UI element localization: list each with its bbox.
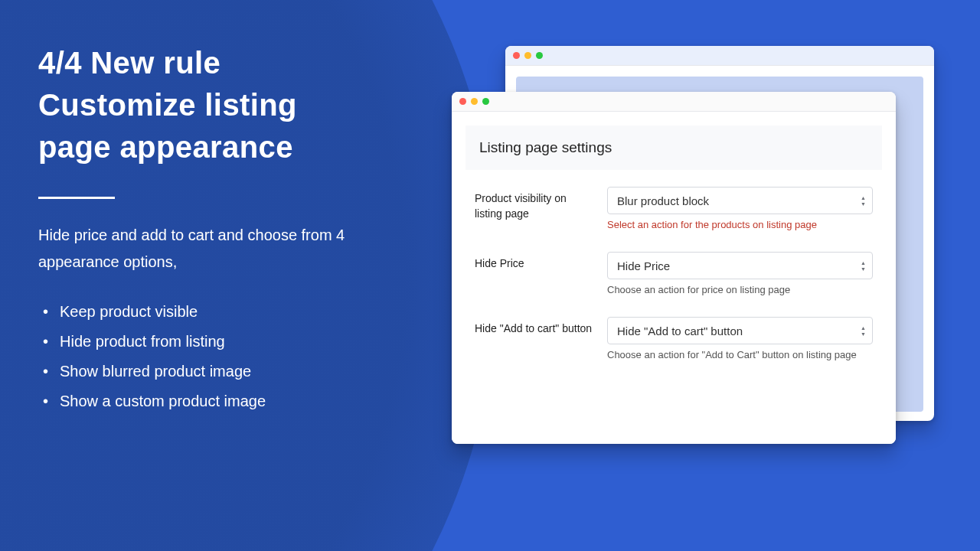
feature-item: Show blurred product image bbox=[38, 357, 406, 386]
window-close-icon bbox=[513, 52, 520, 59]
feature-item: Keep product visible bbox=[38, 297, 406, 327]
headline-line: page appearance bbox=[38, 130, 293, 164]
setting-helper: Choose an action for price on listing pa… bbox=[607, 284, 873, 295]
feature-item: Hide product from listing bbox=[38, 327, 406, 357]
setting-row-hide-add-to-cart: Hide "Add to cart" button Hide "Add to c… bbox=[475, 317, 873, 360]
hide-price-select[interactable]: Hide Price ▲▼ bbox=[607, 252, 873, 279]
chevron-updown-icon: ▲▼ bbox=[861, 260, 866, 272]
settings-window: Listing page settings Product visibility… bbox=[452, 92, 896, 444]
select-value: Hide "Add to cart" button bbox=[617, 324, 743, 337]
window-zoom-icon bbox=[536, 52, 543, 59]
chevron-updown-icon: ▲▼ bbox=[861, 195, 866, 207]
window-minimize-icon bbox=[524, 52, 531, 59]
headline-line: 4/4 New rule bbox=[38, 46, 220, 80]
window-chrome bbox=[452, 92, 896, 112]
hide-add-to-cart-select[interactable]: Hide "Add to cart" button ▲▼ bbox=[607, 317, 873, 344]
setting-row-visibility: Product visibility on listing page Blur … bbox=[475, 187, 873, 230]
setting-row-hide-price: Hide Price Hide Price ▲▼ Choose an actio… bbox=[475, 252, 873, 295]
setting-helper: Choose an action for "Add to Cart" butto… bbox=[607, 349, 873, 360]
setting-label: Hide "Add to cart" button bbox=[475, 317, 593, 360]
setting-label: Product visibility on listing page bbox=[475, 187, 593, 230]
headline: 4/4 New rule Customize listing page appe… bbox=[38, 42, 406, 169]
select-value: Hide Price bbox=[617, 259, 670, 272]
marketing-copy: 4/4 New rule Customize listing page appe… bbox=[38, 42, 406, 416]
panel-title: Listing page settings bbox=[466, 126, 882, 170]
setting-label: Hide Price bbox=[475, 252, 593, 295]
headline-line: Customize listing bbox=[38, 88, 297, 122]
feature-list: Keep product visible Hide product from l… bbox=[38, 297, 406, 416]
setting-helper: Select an action for the products on lis… bbox=[607, 219, 873, 230]
chevron-updown-icon: ▲▼ bbox=[861, 325, 866, 337]
window-zoom-icon[interactable] bbox=[482, 98, 489, 105]
window-close-icon[interactable] bbox=[459, 98, 466, 105]
lead-text: Hide price and add to cart and choose fr… bbox=[38, 222, 406, 276]
visibility-select[interactable]: Blur product block ▲▼ bbox=[607, 187, 873, 214]
select-value: Blur product block bbox=[617, 194, 709, 207]
feature-item: Show a custom product image bbox=[38, 386, 406, 416]
window-minimize-icon[interactable] bbox=[471, 98, 478, 105]
divider bbox=[38, 197, 115, 199]
window-chrome bbox=[505, 46, 934, 66]
